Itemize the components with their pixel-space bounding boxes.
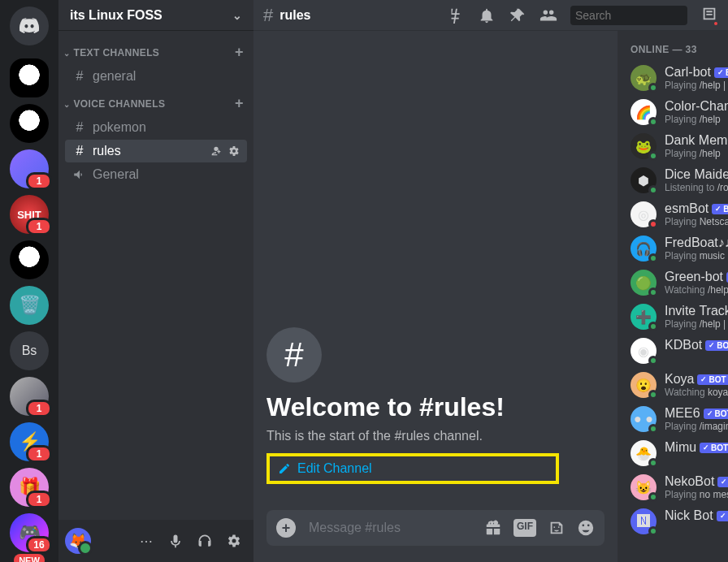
message-composer: + GIF: [266, 510, 604, 546]
avatar: 🐸: [630, 133, 656, 159]
pin-icon[interactable]: [509, 6, 526, 24]
gear-icon[interactable]: [228, 145, 240, 158]
mic-icon[interactable]: [162, 528, 188, 554]
member-name: Dice Maiden BOT: [665, 167, 728, 182]
voice-channels-category[interactable]: ⌄VOICE CHANNELS +: [58, 89, 254, 115]
welcome-title: Welcome to #rules!: [266, 392, 604, 422]
welcome-subtitle: This is the start of the #rules channel.: [266, 429, 604, 443]
member-name: esmBot BOT: [665, 201, 728, 216]
search-box[interactable]: [570, 6, 687, 25]
avatar: 🟢: [630, 270, 656, 296]
guild-name: its Linux FOSS: [70, 8, 162, 23]
guild-header[interactable]: its Linux FOSS ⌄: [58, 0, 254, 31]
server-icon-2[interactable]: [10, 104, 49, 143]
member-name: Green-bot BOT: [665, 270, 728, 284]
channel-rules[interactable]: # rules: [65, 140, 247, 162]
channel-pokemon[interactable]: # pokemon: [65, 116, 247, 139]
gift-icon[interactable]: [484, 519, 502, 537]
member-item[interactable]: 🐣 Mimu BOT: [624, 437, 728, 469]
member-item[interactable]: 🌈 Color-Chan BOT Playing /help: [624, 96, 728, 128]
avatar: 🌈: [630, 99, 656, 125]
headphones-icon[interactable]: [192, 528, 218, 554]
bot-badge: BOT: [705, 340, 728, 351]
server-icon-4[interactable]: SHIT1: [10, 195, 49, 234]
new-badge: NEW: [14, 554, 45, 562]
add-channel-icon[interactable]: +: [235, 44, 244, 61]
edit-channel-button[interactable]: Edit Channel: [266, 453, 559, 484]
hash-icon: #: [263, 5, 273, 26]
chat-area: # Welcome to #rules! This is the start o…: [254, 31, 618, 562]
bot-badge: BOT: [704, 409, 728, 419]
hash-icon: #: [266, 327, 322, 383]
member-name: Invite Tracker BOT: [665, 304, 728, 318]
avatar: 🅽: [630, 508, 656, 534]
member-activity: Playing /help | docs.invite-t: [665, 318, 728, 330]
server-icon-6[interactable]: 🗑️: [10, 286, 49, 325]
member-item[interactable]: 🐸 Dank Memer BOT Playing /help: [624, 130, 728, 162]
bell-icon[interactable]: [478, 6, 496, 24]
user-avatar[interactable]: 🦊: [65, 528, 91, 554]
member-name: MEE6 BOT: [665, 406, 728, 421]
create-invite-icon[interactable]: [210, 145, 223, 158]
member-item[interactable]: ● ● MEE6 BOT Playing /imagine: [624, 403, 728, 435]
avatar: ◉: [630, 338, 656, 364]
gear-icon[interactable]: [221, 528, 247, 554]
member-activity: Playing Netscape Navigator: [665, 216, 728, 227]
member-item[interactable]: ➕ Invite Tracker BOT Playing /help | doc…: [624, 300, 728, 333]
server-rail: 1 SHIT1 🗑️ Bs 1 ⚡1 🎁1 🎮16 NEW: [0, 0, 58, 562]
avatar: 🎧: [630, 236, 656, 262]
channel-list: ⌄TEXT CHANNELS + # general ⌄VOICE CHANNE…: [58, 31, 254, 520]
search-input[interactable]: [575, 9, 717, 22]
channel-voice-general[interactable]: General: [65, 163, 247, 186]
channel-sidebar: its Linux FOSS ⌄ ⌄TEXT CHANNELS + # gene…: [58, 0, 254, 562]
server-icon-3[interactable]: 1: [10, 149, 49, 188]
members-icon[interactable]: [540, 6, 557, 24]
sticker-icon[interactable]: [548, 519, 566, 537]
member-item[interactable]: 🅽 Nick Bot BOT: [624, 505, 728, 538]
add-channel-icon[interactable]: +: [235, 95, 244, 112]
member-name: KDBot BOT: [665, 338, 728, 352]
member-item[interactable]: ◎ esmBot BOT Playing Netscape Navigator: [624, 198, 728, 231]
avatar: 😺: [630, 474, 656, 500]
main: # rules: [254, 0, 728, 562]
more-icon[interactable]: ⋯: [133, 528, 159, 554]
avatar: ⬢: [630, 167, 656, 193]
server-icon-10[interactable]: 🎮16: [10, 513, 49, 552]
bot-badge: BOT: [697, 374, 728, 385]
member-activity: Watching /help | green-bot.: [665, 284, 728, 296]
emoji-icon[interactable]: [577, 519, 595, 537]
bot-badge: BOT: [717, 511, 728, 521]
member-item[interactable]: ◉ KDBot BOT: [624, 335, 728, 367]
threads-icon[interactable]: [447, 6, 465, 24]
bot-badge: BOT: [717, 477, 728, 487]
attach-button[interactable]: +: [276, 518, 296, 538]
text-channels-category[interactable]: ⌄TEXT CHANNELS +: [58, 37, 254, 64]
message-input[interactable]: [309, 521, 471, 535]
member-name: NekoBot BOT: [665, 474, 728, 489]
member-item[interactable]: ⬢ Dice Maiden BOT Listening to /roll: [624, 164, 728, 197]
member-item[interactable]: 🟢 Green-bot BOT Watching /help | green-b…: [624, 266, 728, 299]
gif-button[interactable]: GIF: [514, 519, 536, 537]
member-item[interactable]: 😺 NekoBot BOT Playing no message intent …: [624, 471, 728, 504]
server-icon-1[interactable]: [10, 58, 49, 97]
channel-general[interactable]: # general: [65, 65, 247, 88]
bot-badge: BOT: [714, 67, 728, 78]
discord-home-icon[interactable]: [10, 6, 49, 45]
avatar: 🐢: [630, 65, 656, 91]
server-icon-8[interactable]: ⚡1: [10, 422, 49, 461]
member-activity: Playing /imagine: [665, 421, 728, 432]
member-activity: Playing music | /help: [665, 250, 728, 262]
avatar: ◎: [630, 201, 656, 227]
inbox-icon[interactable]: [700, 5, 718, 26]
member-item[interactable]: 🐢 Carl-bot BOT Playing /help | carl.gg: [624, 62, 728, 94]
member-item[interactable]: 🎧 FredBoat♪♪ BOT Playing music | /help: [624, 232, 728, 265]
server-icon-7[interactable]: 1: [10, 377, 49, 416]
server-icon-bs[interactable]: Bs: [10, 331, 49, 370]
server-icon-5[interactable]: [10, 240, 49, 279]
avatar: ➕: [630, 304, 656, 330]
member-item[interactable]: 😮 Koya BOT Watching koya.gg: [624, 369, 728, 401]
chevron-down-icon: ⌄: [63, 100, 70, 109]
server-icon-9[interactable]: 🎁1: [10, 468, 49, 507]
member-name: FredBoat♪♪ BOT: [665, 236, 728, 250]
avatar: 🐣: [630, 440, 656, 466]
